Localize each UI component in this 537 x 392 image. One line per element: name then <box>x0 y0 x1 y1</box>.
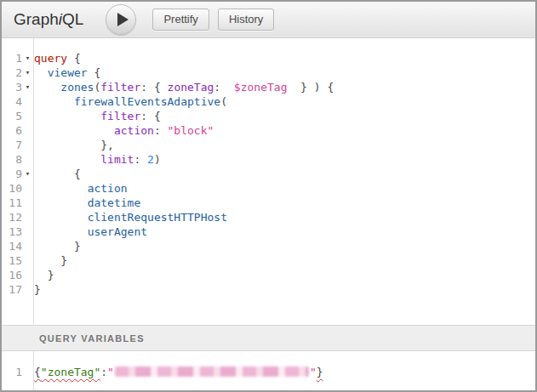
code-line[interactable]: 1▾query { <box>2 51 535 65</box>
code-line[interactable]: 6 action: "block" <box>2 123 535 138</box>
execute-button[interactable] <box>106 4 136 35</box>
code-token: firewallEventsAdaptive <box>74 95 220 108</box>
play-icon <box>117 13 129 26</box>
code-token <box>34 81 60 94</box>
code-token: : { <box>140 81 167 94</box>
fold-toggle-icon[interactable]: ▾ <box>22 65 33 80</box>
code-text: clientRequestHTTPHost <box>33 210 227 224</box>
line-number: 12 <box>2 210 22 224</box>
line-number: 15 <box>2 253 22 268</box>
code-token: 2 <box>147 153 154 166</box>
line-number: 4 <box>2 94 22 109</box>
code-line[interactable]: 5 filter: { <box>2 109 535 123</box>
line-number: 16 <box>2 268 22 282</box>
code-line[interactable]: 8 limit: 2) <box>2 152 535 167</box>
fold-spacer <box>22 210 33 224</box>
code-line[interactable]: 10 action <box>2 181 535 196</box>
code-line[interactable]: 12 clientRequestHTTPHost <box>2 210 535 224</box>
code-token: }, <box>34 139 114 151</box>
prettify-button[interactable]: Prettify <box>152 9 209 31</box>
line-number: 2 <box>2 65 22 80</box>
code-token: : <box>134 153 147 166</box>
code-token: filter <box>100 110 140 122</box>
code-token <box>34 182 88 195</box>
fold-spacer <box>22 268 33 282</box>
fold-spacer <box>22 239 33 253</box>
code-token <box>34 153 100 166</box>
fold-spacer <box>22 152 33 167</box>
line-number: 3 <box>2 80 22 94</box>
line-number: 10 <box>2 181 22 196</box>
code-token: { <box>88 66 101 79</box>
line-number: 1 <box>2 365 22 379</box>
code-line[interactable]: 2▾ viewer { <box>2 65 535 80</box>
code-token: : <box>214 81 233 94</box>
code-line[interactable]: 15 } <box>2 253 535 268</box>
code-token: : <box>154 124 168 137</box>
code-token: " <box>107 366 114 378</box>
code-token: $zoneTag <box>234 81 288 94</box>
code-line[interactable]: 3▾ zones(filter: { zoneTag: $zoneTag } )… <box>2 80 535 94</box>
line-number: 9 <box>2 167 22 181</box>
code-text: viewer { <box>33 65 100 80</box>
fold-spacer <box>22 196 33 210</box>
fold-spacer <box>22 123 33 138</box>
redacted-value <box>115 366 309 377</box>
code-token: clientRequestHTTPHost <box>88 211 227 224</box>
code-text: } <box>33 239 81 253</box>
code-text: query { <box>33 51 81 65</box>
code-token: "zoneTag" <box>41 366 100 378</box>
variables-line[interactable]: 1 {"zoneTag":""} <box>2 351 535 379</box>
line-number: 7 <box>2 138 22 152</box>
code-token: ) <box>154 153 161 166</box>
code-line[interactable]: 9▾ { <box>2 167 535 181</box>
code-token: { <box>34 366 41 378</box>
fold-toggle-icon[interactable]: ▾ <box>22 167 33 181</box>
code-token: } ) { <box>287 81 334 94</box>
code-line[interactable]: 7 }, <box>2 138 535 152</box>
query-editor[interactable]: 1▾query {2▾ viewer {3▾ zones(filter: { z… <box>2 38 535 325</box>
code-token: query <box>34 52 67 65</box>
code-text: userAgent <box>33 224 147 239</box>
code-token: } <box>34 269 54 281</box>
code-line[interactable]: 11 datetime <box>2 196 535 210</box>
code-token: } <box>34 283 41 296</box>
code-line[interactable]: 4 firewallEventsAdaptive( <box>2 94 535 109</box>
variables-editor[interactable]: 1 {"zoneTag":""} <box>2 351 535 390</box>
code-token: "block" <box>168 124 214 137</box>
code-token: } <box>34 254 67 267</box>
code-line[interactable]: 13 userAgent <box>2 224 535 239</box>
code-text: filter: { <box>33 109 161 123</box>
code-token: } <box>34 240 81 253</box>
code-line[interactable]: 17} <box>2 282 535 297</box>
fold-toggle-icon[interactable]: ▾ <box>22 51 33 65</box>
code-text: } <box>33 282 41 297</box>
fold-spacer <box>22 365 33 379</box>
code-token: filter <box>100 81 140 94</box>
code-text: action: "block" <box>33 123 214 138</box>
code-token <box>34 66 48 79</box>
query-variables-title-bar[interactable]: QUERY VARIABLES <box>2 325 535 351</box>
code-token: } <box>317 366 323 378</box>
code-line[interactable]: 16 } <box>2 268 535 282</box>
history-button[interactable]: History <box>218 9 274 31</box>
line-number: 8 <box>2 152 22 167</box>
fold-spacer <box>22 224 33 239</box>
fold-spacer <box>22 181 33 196</box>
code-token <box>34 225 88 238</box>
code-text: firewallEventsAdaptive( <box>33 94 227 109</box>
logo-text: QL <box>62 10 83 28</box>
line-number: 13 <box>2 224 22 239</box>
code-token: { <box>67 52 81 65</box>
code-token: { <box>34 168 81 180</box>
fold-spacer <box>22 138 33 152</box>
code-line[interactable]: 14 } <box>2 239 535 253</box>
code-lines: 1▾query {2▾ viewer {3▾ zones(filter: { z… <box>2 38 535 297</box>
variables-text: {"zoneTag":""} <box>33 365 323 379</box>
line-number: 1 <box>2 51 22 65</box>
line-number: 14 <box>2 239 22 253</box>
fold-toggle-icon[interactable]: ▾ <box>22 80 33 94</box>
code-text: }, <box>33 138 114 152</box>
graphiql-logo: GraphiQL <box>14 10 83 29</box>
code-token <box>34 124 114 137</box>
